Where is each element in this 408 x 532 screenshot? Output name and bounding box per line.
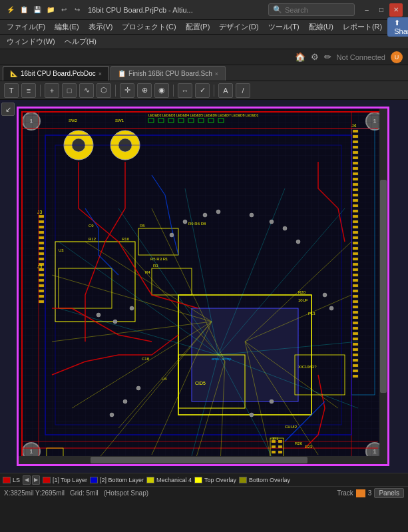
svg-rect-37 — [353, 236, 358, 239]
svg-point-228 — [123, 399, 127, 403]
svg-text:P13: P13 — [308, 312, 315, 316]
edit-icon[interactable]: ✏ — [324, 52, 331, 62]
layer-prev-button[interactable]: ◀ — [23, 475, 31, 485]
tab-bar: 📐 16bit CPU Board.PcbDoc × 📋 Finish 16Bi… — [0, 65, 408, 81]
tool-text[interactable]: T — [4, 83, 19, 98]
tool-hex[interactable]: ⬡ — [97, 83, 111, 98]
minimize-button[interactable]: – — [360, 3, 373, 17]
layer-color-ls — [3, 477, 11, 483]
settings-icon[interactable]: ⚙ — [311, 52, 319, 62]
maximize-button[interactable]: □ — [375, 3, 388, 17]
svg-rect-20 — [353, 146, 358, 148]
track-label: Track — [337, 489, 353, 497]
layer-bottom-overlay[interactable]: Bottom Overlay — [239, 477, 290, 483]
svg-rect-34 — [353, 220, 358, 223]
svg-rect-52 — [353, 316, 358, 319]
svg-rect-61 — [353, 364, 358, 367]
svg-rect-23 — [353, 162, 358, 164]
svg-rect-35 — [353, 226, 358, 228]
menu-reports[interactable]: レポート(R) — [339, 21, 386, 33]
share-button[interactable]: ⬆ Share — [387, 17, 408, 37]
tool-measure[interactable]: ↔ — [178, 83, 192, 98]
user-avatar[interactable]: U — [391, 51, 403, 63]
file-icon: 📋 — [19, 5, 29, 15]
svg-point-217 — [203, 213, 207, 217]
svg-rect-67 — [39, 231, 44, 234]
svg-point-212 — [97, 313, 101, 317]
track-value: 3 — [368, 489, 372, 497]
home-icon[interactable]: 🏠 — [295, 52, 306, 62]
layer-top[interactable]: [1] Top Layer — [43, 477, 87, 483]
svg-rect-29 — [353, 194, 358, 196]
svg-point-219 — [250, 213, 254, 217]
menu-route[interactable]: 配線(U) — [305, 21, 337, 33]
tool-line[interactable]: ≡ — [21, 83, 36, 98]
window-title: 16bit CPU Board.PrjPcb - Altiu... — [88, 6, 268, 14]
tool-check[interactable]: ✓ — [195, 83, 210, 98]
svg-rect-70 — [39, 247, 44, 250]
search-input[interactable] — [285, 6, 351, 14]
panels-button[interactable]: Panels — [374, 488, 404, 498]
tool-pad[interactable]: ◉ — [154, 83, 169, 98]
tool-place[interactable]: ✛ — [120, 83, 134, 98]
svg-rect-189 — [272, 451, 276, 453]
tab-sch[interactable]: 📋 Finish 16Bit CPU Board.Sch × — [110, 66, 226, 81]
menu-window[interactable]: ウィンドウ(W) — [3, 35, 59, 48]
svg-rect-79 — [39, 295, 44, 298]
tool-label[interactable]: A — [218, 83, 233, 98]
redo-icon[interactable]: ↪ — [72, 5, 83, 15]
close-button[interactable]: ✕ — [389, 3, 403, 17]
layer-nav: ◀ ▶ — [23, 475, 40, 485]
canvas-area[interactable]: 1 1 1 1 SW2 SW1 — [0, 100, 408, 473]
layer-bar: LS ◀ ▶ [1] Top Layer [2] Bottom Layer Me… — [0, 473, 408, 486]
tab-sch-close[interactable]: × — [215, 71, 218, 77]
undo-icon[interactable]: ↩ — [59, 5, 69, 15]
svg-rect-48 — [353, 295, 358, 298]
svg-text:R9  R6  R8: R9 R6 R8 — [188, 222, 206, 226]
menu-project[interactable]: プロジェクト(C) — [118, 21, 180, 33]
tool-wave[interactable]: ∿ — [79, 83, 94, 98]
layer-bottom[interactable]: [2] Bottom Layer — [90, 477, 144, 483]
menu-help[interactable]: ヘルプ(H) — [61, 35, 101, 48]
tab-pcb-close[interactable]: × — [99, 71, 102, 77]
menu-edit[interactable]: 編集(E) — [51, 21, 83, 33]
tab-pcb[interactable]: 📐 16bit CPU Board.PcbDoc × — [3, 66, 109, 81]
tool-add[interactable]: + — [45, 83, 59, 98]
menu-place[interactable]: 配置(P) — [182, 21, 214, 33]
svg-text:R10: R10 — [122, 237, 130, 241]
coordinates: X:3825mil Y:2695mil — [4, 489, 65, 497]
tool-draw[interactable]: / — [236, 83, 250, 98]
menu-view[interactable]: 表示(V) — [85, 21, 117, 33]
svg-rect-0 — [19, 109, 387, 464]
layer-color-top — [43, 477, 51, 483]
menu-tools[interactable]: ツール(T) — [264, 21, 304, 33]
layer-label-mechanical4: Mechanical 4 — [156, 477, 192, 483]
svg-text:10UF: 10UF — [298, 298, 308, 302]
svg-text:SW1: SW1 — [115, 119, 124, 123]
svg-point-223 — [323, 293, 327, 297]
app-icon: ⚡ — [5, 5, 16, 15]
layer-next-button[interactable]: ▶ — [32, 475, 40, 485]
tool-rect[interactable]: □ — [62, 83, 77, 98]
horizontal-scrollbar[interactable] — [19, 456, 379, 464]
svg-rect-28 — [353, 188, 358, 191]
svg-rect-25 — [353, 172, 358, 175]
pcb-board[interactable]: 1 1 1 1 SW2 SW1 — [17, 107, 389, 466]
horizontal-scrollbar-thumb[interactable] — [91, 457, 307, 463]
folder-icon[interactable]: 📁 — [45, 5, 56, 15]
layer-mechanical4[interactable]: Mechanical 4 — [146, 477, 192, 483]
layer-label-bottom: [2] Bottom Layer — [100, 477, 144, 483]
svg-text:R5: R5 — [140, 224, 145, 228]
nav-bar: 🏠 ⚙ ✏ Not Connected U — [0, 49, 408, 65]
svg-rect-31 — [353, 204, 358, 207]
tool-via[interactable]: ⊕ — [137, 83, 152, 98]
svg-rect-51 — [353, 311, 358, 314]
menu-design[interactable]: デザイン(D) — [215, 21, 262, 33]
menu-file[interactable]: ファイル(F) — [3, 21, 49, 33]
vertical-scrollbar-thumb[interactable] — [380, 180, 387, 393]
save-icon[interactable]: 💾 — [32, 5, 43, 15]
vertical-scrollbar[interactable] — [379, 109, 387, 464]
search-bar[interactable]: 🔍 — [268, 3, 355, 16]
layer-top-overlay[interactable]: Top Overlay — [194, 477, 236, 483]
layer-arrow-icon[interactable]: ↙ — [1, 103, 15, 116]
